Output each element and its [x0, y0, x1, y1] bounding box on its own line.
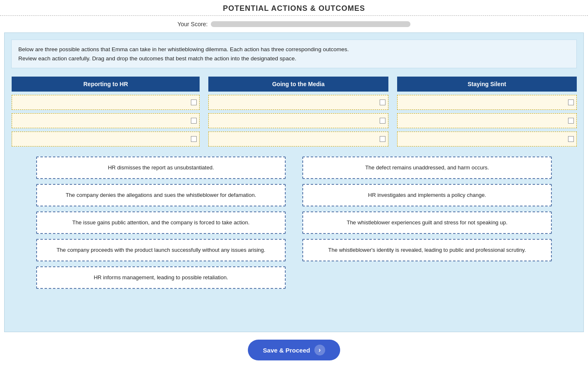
drop-slot-hr-2[interactable]: [12, 113, 200, 128]
checkbox-silent-1[interactable]: [568, 99, 574, 105]
draggable-card-4[interactable]: HR investigates and implements a policy …: [302, 184, 552, 206]
drop-slot-media-3[interactable]: [208, 132, 388, 147]
checkbox-hr-1[interactable]: [191, 99, 197, 105]
action-header-staying-silent: Staying Silent: [397, 77, 577, 92]
instructions: Below are three possible actions that Em…: [11, 40, 577, 68]
checkbox-media-1[interactable]: [380, 99, 385, 105]
checkbox-silent-2[interactable]: [568, 118, 574, 124]
checkbox-hr-2[interactable]: [191, 118, 197, 124]
slots-reporting-hr: [12, 93, 200, 147]
drop-slot-media-2[interactable]: [208, 113, 388, 128]
instructions-line2: Review each action carefully. Drag and d…: [18, 54, 570, 63]
main-panel: Below are three possible actions that Em…: [4, 32, 584, 332]
checkbox-silent-3[interactable]: [568, 136, 574, 142]
actions-grid: Reporting to HR Going to the Media: [11, 77, 577, 147]
column-staying-silent: Staying Silent: [397, 77, 577, 147]
column-reporting-hr: Reporting to HR: [11, 77, 200, 147]
save-proceed-label: Save & Proceed: [263, 347, 310, 354]
drop-slot-hr-3[interactable]: [12, 132, 200, 147]
draggable-card-8[interactable]: The whistleblower's identity is revealed…: [302, 239, 552, 261]
save-proceed-bar: Save & Proceed ›: [0, 332, 588, 365]
draggable-card-1[interactable]: HR dismisses the report as unsubstantiat…: [36, 156, 286, 179]
slots-going-media: [208, 93, 388, 147]
save-proceed-button[interactable]: Save & Proceed ›: [248, 340, 340, 360]
drop-slot-silent-3[interactable]: [397, 132, 577, 147]
score-bar: Your Score:: [0, 16, 588, 32]
score-track: [211, 21, 410, 27]
draggable-card-3[interactable]: The company denies the allegations and s…: [36, 184, 286, 206]
draggable-card-7[interactable]: The company proceeds with the product la…: [36, 239, 286, 261]
checkbox-hr-3[interactable]: [191, 136, 197, 142]
slots-staying-silent: [397, 93, 577, 147]
action-header-reporting-hr: Reporting to HR: [12, 77, 200, 92]
checkbox-media-3[interactable]: [380, 136, 385, 142]
instructions-line1: Below are three possible actions that Em…: [18, 45, 570, 54]
draggable-card-6[interactable]: The whistleblower experiences guilt and …: [302, 211, 552, 234]
drop-slot-media-1[interactable]: [208, 95, 388, 110]
draggable-card-2[interactable]: The defect remains unaddressed, and harm…: [302, 156, 552, 179]
drop-slot-silent-1[interactable]: [397, 95, 577, 110]
column-going-media: Going to the Media: [208, 77, 388, 147]
score-label: Your Score:: [178, 21, 208, 27]
drop-slot-hr-1[interactable]: [12, 95, 200, 110]
action-header-going-media: Going to the Media: [208, 77, 388, 92]
draggable-card-5[interactable]: The issue gains public attention, and th…: [36, 211, 286, 234]
checkbox-media-2[interactable]: [380, 118, 385, 124]
page-title: POTENTIAL ACTIONS & OUTCOMES: [0, 0, 588, 16]
draggable-card-9[interactable]: HR informs management, leading to possib…: [36, 266, 286, 289]
draggable-items-section: HR dismisses the report as unsubstantiat…: [11, 156, 577, 289]
chevron-right-icon: ›: [314, 345, 325, 355]
drop-slot-silent-2[interactable]: [397, 113, 577, 128]
